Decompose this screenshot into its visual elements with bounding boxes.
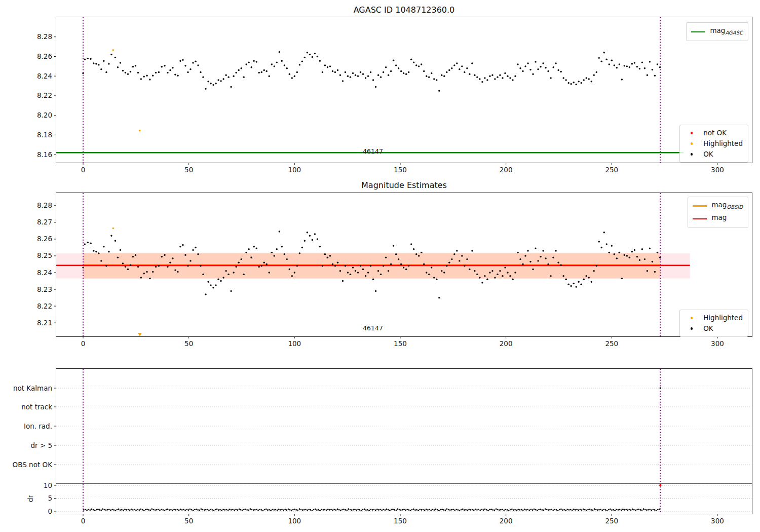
ok-point [624,254,625,256]
dr-point [89,509,91,511]
ok-point [334,265,336,267]
dr-point [91,509,93,510]
ok-point [179,246,181,247]
ok-point [456,62,458,64]
ok-point [120,249,121,251]
dr-point [221,510,222,511]
ok-point [596,71,597,73]
ok-point [446,71,447,73]
dr-point [235,509,237,510]
black-dot-swatch [685,327,699,330]
dr-point [449,509,451,511]
ok-point [243,274,244,275]
ok-point [494,78,496,80]
ok-point [586,77,587,79]
ok-point [469,73,470,75]
dr-point [540,509,541,510]
ok-point [207,281,209,283]
dr-point [486,509,487,511]
legend-label: mag [710,26,725,34]
dr-point [465,509,467,511]
ok-point [362,73,364,75]
x-tick-label: 200 [500,517,513,525]
ok-point [132,66,134,67]
y-tick-label: 8.26 [37,52,52,60]
dr-point [265,509,267,510]
legend-item-not-ok: not OK [685,128,743,138]
dr-point [340,510,341,511]
dr-point [211,509,213,511]
dr-point [121,509,123,511]
dr-point [208,510,210,511]
dr-point [169,509,170,511]
dr-point [528,510,530,511]
ok-point [469,269,470,270]
ok-point [319,60,321,61]
ok-point [560,71,561,72]
dr-point [481,509,482,510]
dr-point [297,510,298,511]
dr-point [543,510,545,511]
ok-point [621,79,623,80]
dr-point [313,509,315,511]
ok-point [641,61,643,63]
dr-point [107,509,108,511]
y-tick-label: 8.28 [37,201,52,209]
dr-point [497,509,499,511]
ok-point [388,74,389,76]
ok-point [527,62,528,64]
ok-point [227,274,229,275]
ok-point [130,71,131,72]
dr-point [386,509,388,510]
ok-point [345,265,346,267]
ok-point [108,63,109,64]
ok-point [90,58,91,60]
dr-point [373,509,375,511]
ok-point [108,251,109,252]
ok-point [484,275,485,277]
ok-point [456,250,458,251]
ok-point [127,269,129,270]
dr-point [259,509,260,510]
ok-point [197,64,199,66]
dr-point [284,509,286,510]
ok-point [161,256,163,257]
dr-point [394,509,395,511]
ok-point [657,252,658,253]
highlighted-point [112,227,114,230]
ok-point [345,71,346,73]
ok-point [367,75,369,77]
ok-point [586,275,587,277]
ok-point [588,277,590,278]
dr-point [651,510,652,511]
ok-point [274,65,275,67]
ok-point [167,266,168,268]
ok-point [103,60,104,61]
ok-point [499,270,501,272]
dr-point [443,509,444,511]
ok-point [649,247,651,249]
dr-point [467,510,468,511]
ok-point [167,72,168,73]
ok-point [555,62,556,64]
dr-point [381,510,383,511]
ok-point [532,269,534,270]
ok-point [197,253,199,255]
dr-point [329,509,330,511]
red-dot-swatch [685,132,699,134]
dr-point [423,509,424,511]
ok-point [545,67,546,68]
dr-point [643,508,644,510]
ok-point [593,74,595,76]
dr-point [146,509,148,510]
red-line-swatch [693,218,707,219]
obsid-annotation-middle: 46147 [343,324,403,332]
flags-plot-canvas: not Kalmannot trackIon. rad.dr > 5OBS no… [56,369,752,514]
dr-point [232,509,234,510]
ok-point [522,70,523,72]
ok-point [509,77,511,79]
dr-point [551,509,552,510]
dr-point [356,510,357,511]
ok-point [410,243,412,245]
dr-point [193,510,194,511]
